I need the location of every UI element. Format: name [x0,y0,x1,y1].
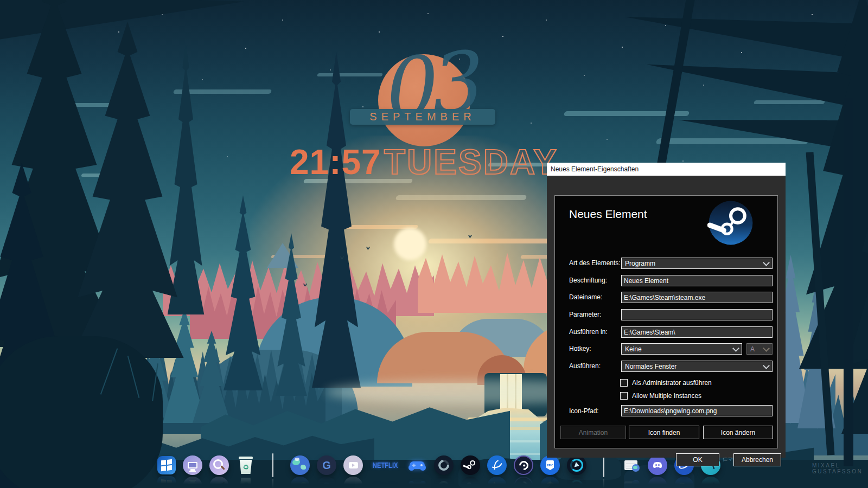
run-mode-select[interactable]: Normales Fenster [621,361,773,372]
properties-dialog: Neues Element-Eigenschaften Neues Elemen… [547,163,786,458]
dialog-heading: Neues Element [569,208,647,221]
play-icon [570,459,583,472]
youtube-play-icon [349,462,358,468]
sun [394,228,426,260]
month-banner: SEPTEMBER [350,109,495,125]
dock-icon-steam[interactable] [461,455,480,475]
dock-icon-google[interactable]: G [317,455,336,475]
cancel-button[interactable]: Abbrechen [733,453,781,466]
gamepad-icon [410,461,425,469]
type-select[interactable]: Programm [621,258,773,269]
recycle-icon: ♻ [239,460,252,474]
dock-icon-media-player[interactable] [567,455,586,475]
multi-instance-checkbox[interactable] [620,392,628,400]
animation-button: Animation [560,426,626,439]
chevron-down-icon [763,259,770,266]
multi-instance-checkbox-row: Allow Multiple Instances [620,392,701,400]
run-in-label: Ausführen in: [569,328,608,336]
chevron-down-icon [763,362,770,369]
filename-label: Dateiname: [569,293,602,301]
admin-checkbox-label: Als Administrator ausführen [632,379,712,387]
filename-input[interactable] [621,292,773,303]
hotkey-label: Hotkey: [569,345,591,352]
dock-icon-epic-games[interactable]: EPIC [540,455,560,475]
dock-icon-youtube[interactable] [343,455,363,475]
dock-icon-ubisoft[interactable] [514,455,533,475]
dock-icon-lens-app[interactable] [434,455,454,475]
icon-find-button[interactable]: Icon finden [629,426,699,439]
lens-ring-icon [436,458,451,473]
caption-label: Beschriftung: [569,277,607,284]
icon-change-button[interactable]: Icon ändern [703,426,773,439]
dock-icon-discord[interactable] [648,455,667,475]
time-display: 21:57 [290,142,381,182]
dialog-panel: Neues Element Art des Elements: Programm… [554,195,778,448]
dock-icon-my-computer[interactable] [183,455,202,475]
admin-checkbox-row: Als Administrator ausführen [620,379,712,387]
clock-widget: 03 SEPTEMBER 21:57 TUESDAY [0,0,868,184]
windows-icon [161,459,172,471]
artist-watermark: MIXAEL GUSTAFSSON [812,463,868,474]
type-value: Programm [625,260,655,267]
dialog-body: Neues Element Art des Elements: Programm… [547,176,786,458]
dialog-title: Neues Element-Eigenschaften [551,165,639,173]
dock-icon-netflix[interactable]: NETFLIX [370,455,400,475]
steam-logo-icon [707,200,754,246]
netflix-logo: NETFLIX [373,461,398,470]
webpage-globe-icon [624,460,637,470]
recycle-bin-lid [239,457,253,459]
discord-icon [652,461,663,470]
icon-path-input[interactable] [621,405,773,416]
icon-path-label: Icon-Pfad: [569,407,599,415]
search-icon [213,459,223,469]
dock-icon-windows-start[interactable] [157,456,176,474]
steam-icon [463,458,477,472]
run-mode-value: Normales Fenster [625,363,676,370]
chevron-down-icon [763,345,770,352]
chevron-down-icon [732,345,739,352]
battle-net-icon [491,459,503,471]
dock-icon-search[interactable] [209,455,229,475]
month-label: SEPTEMBER [369,111,475,123]
google-g-icon: G [322,459,331,472]
dock-divider [272,453,273,477]
dock-icon-battle-net[interactable] [487,455,507,475]
type-label: Art des Elements: [569,259,621,267]
run-in-input[interactable] [621,326,773,338]
parameter-input[interactable] [621,309,773,320]
hotkey-value: Keine [625,345,642,353]
multi-instance-checkbox-label: Allow Multiple Instances [632,392,701,400]
weekday-display: TUESDAY [384,142,558,182]
hotkey-modifier-select: A [746,343,773,355]
ok-button[interactable]: OK [676,453,719,466]
run-mode-label: Ausführen: [569,362,601,370]
hotkey-modifier-value: A [750,345,755,353]
dock-icon-globe-browser[interactable] [290,455,310,475]
admin-checkbox[interactable] [620,379,628,387]
dock-icon-web-browser[interactable] [621,455,641,475]
dock-icon-game-controller[interactable] [407,455,427,475]
epic-badge-icon: EPIC [546,460,554,470]
dialog-title-bar[interactable]: Neues Element-Eigenschaften [547,163,786,176]
dock-icon-recycle-bin[interactable]: ♻ [236,455,256,475]
hotkey-select[interactable]: Keine [621,343,742,355]
ubisoft-swirl-icon [517,459,530,472]
parameter-label: Parameter: [569,311,601,318]
monitor-icon [188,462,197,468]
caption-input[interactable] [621,275,773,286]
